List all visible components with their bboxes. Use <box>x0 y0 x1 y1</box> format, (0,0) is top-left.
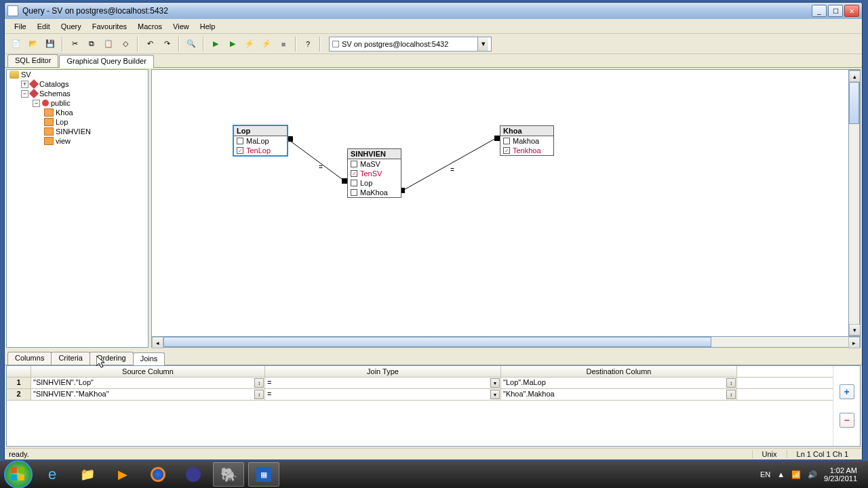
taskbar-explorer-icon[interactable]: 📁 <box>72 462 103 487</box>
find-icon[interactable]: 🔍 <box>184 37 199 52</box>
join-pin[interactable] <box>494 136 500 141</box>
tray-time[interactable]: 1:02 AM <box>824 466 857 474</box>
taskbar-app-icon[interactable]: ▦ <box>248 462 279 487</box>
collapse-icon[interactable]: − <box>21 90 28 98</box>
close-button[interactable]: ✕ <box>844 5 859 17</box>
cell-source[interactable]: "SINHVIEN"."Lop" <box>33 378 94 386</box>
schema-tree[interactable]: SV +Catalogs −Schemas −public Khoa Lop S… <box>6 69 149 348</box>
scroll-up-icon[interactable]: ▴ <box>849 70 861 82</box>
grid-row[interactable]: 1 "SINHVIEN"."Lop"↕ =▾ "Lop".MaLop↕ <box>7 378 833 389</box>
tray-volume-icon[interactable]: 🔊 <box>808 470 817 479</box>
query-canvas[interactable]: = = Lop MaLop ✓TenLop SINHVIEN MaSV ✓Ten… <box>151 69 861 337</box>
dropdown-icon[interactable]: ↕ <box>254 390 264 399</box>
taskbar-eclipse-icon[interactable] <box>178 462 209 487</box>
explain-icon[interactable]: ⚡ <box>242 37 257 52</box>
minimize-button[interactable]: _ <box>812 5 827 17</box>
menu-macros[interactable]: Macros <box>132 20 167 33</box>
cut-icon[interactable]: ✂ <box>67 37 82 52</box>
scrollbar-horizontal[interactable]: ◂ ▸ <box>151 336 861 348</box>
cell-jointype[interactable]: = <box>267 390 271 398</box>
database-select[interactable]: SV on postgres@localhost:5432 ▾ <box>329 37 492 52</box>
menu-file[interactable]: File <box>9 20 32 33</box>
tab-criteria[interactable]: Criteria <box>51 352 90 365</box>
dropdown-icon[interactable]: ▾ <box>490 378 500 388</box>
chevron-down-icon[interactable]: ▾ <box>477 37 488 51</box>
stop-icon[interactable]: ■ <box>276 37 291 52</box>
column-checkbox[interactable] <box>351 161 357 167</box>
taskbar-ie-icon[interactable]: e <box>37 462 68 487</box>
table-box-lop[interactable]: Lop MaLop ✓TenLop <box>233 125 288 156</box>
run-icon[interactable]: ▶ <box>208 37 223 52</box>
table-box-title[interactable]: SINHVIEN <box>348 149 401 159</box>
paste-icon[interactable]: 📋 <box>101 37 116 52</box>
new-icon[interactable]: 📄 <box>9 37 24 52</box>
menu-edit[interactable]: Edit <box>32 20 56 33</box>
cell-jointype[interactable]: = <box>267 378 271 386</box>
taskbar-firefox-icon[interactable] <box>142 462 174 487</box>
table-box-sinhvien[interactable]: SINHVIEN MaSV ✓TenSV Lop MaKhoa <box>347 148 401 198</box>
column-checkbox[interactable]: ✓ <box>237 147 243 154</box>
tray-date[interactable]: 9/23/2011 <box>824 474 857 483</box>
cell-destination[interactable]: "Khoa".Makhoa <box>503 390 555 398</box>
table-box-title[interactable]: Lop <box>234 126 287 136</box>
menu-view[interactable]: View <box>167 20 195 33</box>
column-checkbox[interactable] <box>351 189 357 196</box>
copy-icon[interactable]: ⧉ <box>84 37 99 52</box>
dropdown-icon[interactable]: ↕ <box>254 378 264 388</box>
join-pin[interactable] <box>342 178 347 184</box>
tree-table-view[interactable]: view <box>56 137 71 145</box>
tab-joins[interactable]: Joins <box>133 352 165 365</box>
undo-icon[interactable]: ↶ <box>142 37 157 52</box>
add-join-button[interactable]: + <box>840 384 854 399</box>
start-button[interactable] <box>4 460 33 488</box>
join-pin[interactable] <box>288 136 293 142</box>
tray-language[interactable]: EN <box>760 470 770 479</box>
menu-help[interactable]: Help <box>195 20 221 33</box>
menu-favourites[interactable]: Favourites <box>87 20 132 33</box>
tree-table-sinhvien[interactable]: SINHVIEN <box>56 127 91 136</box>
scroll-down-icon[interactable]: ▾ <box>849 324 861 336</box>
taskbar-mediaplayer-icon[interactable]: ▶ <box>107 462 138 487</box>
scroll-right-icon[interactable]: ▸ <box>848 337 860 348</box>
dropdown-icon[interactable]: ↕ <box>726 390 736 399</box>
column-checkbox[interactable] <box>237 138 243 144</box>
explain-analyze-icon[interactable]: ⚡ <box>259 37 274 52</box>
clear-icon[interactable]: ◇ <box>118 37 133 52</box>
scroll-left-icon[interactable]: ◂ <box>152 337 163 348</box>
tray-flag-icon[interactable]: ▲ <box>777 470 785 479</box>
col-header-jointype[interactable]: Join Type <box>265 366 501 377</box>
remove-join-button[interactable]: − <box>840 413 854 428</box>
column-checkbox[interactable] <box>503 138 510 144</box>
tab-columns[interactable]: Columns <box>7 352 52 365</box>
tree-table-lop[interactable]: Lop <box>56 118 68 126</box>
tab-graphical-query-builder[interactable]: Graphical Query Builder <box>59 55 153 68</box>
tab-sql-editor[interactable]: SQL Editor <box>7 54 58 67</box>
open-icon[interactable]: 📂 <box>26 37 41 52</box>
column-checkbox[interactable]: ✓ <box>351 170 357 177</box>
column-checkbox[interactable]: ✓ <box>503 147 510 154</box>
maximize-button[interactable]: ☐ <box>828 5 843 17</box>
tray-network-icon[interactable]: 📶 <box>791 470 801 479</box>
taskbar-pgadmin-icon[interactable]: 🐘 <box>213 462 244 487</box>
table-box-title[interactable]: Khoa <box>500 126 553 136</box>
table-box-khoa[interactable]: Khoa Makhoa ✓Tenkhoa <box>500 125 554 156</box>
redo-icon[interactable]: ↷ <box>159 37 174 52</box>
col-header-source[interactable]: Source Column <box>31 366 265 377</box>
tab-ordering[interactable]: Ordering <box>90 352 134 365</box>
system-tray[interactable]: EN ▲ 📶 🔊 1:02 AM 9/23/2011 <box>760 466 864 483</box>
expand-icon[interactable]: + <box>21 81 28 88</box>
dropdown-icon[interactable]: ↕ <box>726 378 736 388</box>
save-icon[interactable]: 💾 <box>43 37 58 52</box>
menu-query[interactable]: Query <box>56 20 87 33</box>
grid-row[interactable]: 2 "SINHVIEN"."MaKhoa"↕ =▾ "Khoa".Makhoa↕ <box>7 389 833 401</box>
help-icon[interactable]: ? <box>300 37 315 52</box>
dropdown-icon[interactable]: ▾ <box>490 390 500 399</box>
column-checkbox[interactable] <box>351 180 357 186</box>
scrollbar-vertical[interactable]: ▴ ▾ <box>848 70 860 336</box>
tree-table-khoa[interactable]: Khoa <box>56 108 73 117</box>
collapse-icon[interactable]: − <box>33 100 40 107</box>
cell-destination[interactable]: "Lop".MaLop <box>503 378 546 386</box>
col-header-destination[interactable]: Destination Column <box>501 366 737 377</box>
run-pgscript-icon[interactable]: ▶ <box>225 37 240 52</box>
cell-source[interactable]: "SINHVIEN"."MaKhoa" <box>33 390 109 398</box>
